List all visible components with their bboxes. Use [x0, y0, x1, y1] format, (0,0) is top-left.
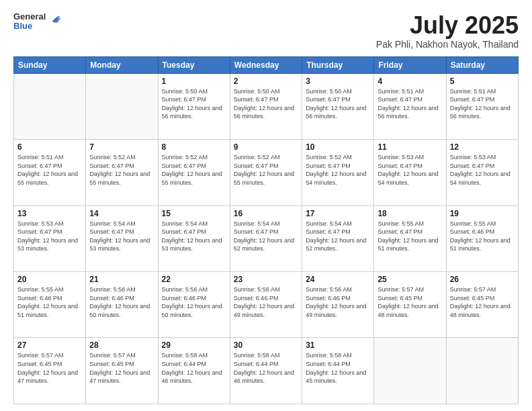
- calendar-cell: 9Sunrise: 5:52 AM Sunset: 6:47 PM Daylig…: [230, 140, 302, 205]
- day-info: Sunrise: 5:52 AM Sunset: 6:47 PM Dayligh…: [234, 153, 298, 187]
- day-info: Sunrise: 5:51 AM Sunset: 6:47 PM Dayligh…: [17, 153, 82, 187]
- calendar-week-1: 1Sunrise: 5:50 AM Sunset: 6:47 PM Daylig…: [14, 73, 519, 139]
- calendar-week-3: 13Sunrise: 5:53 AM Sunset: 6:47 PM Dayli…: [14, 205, 519, 271]
- day-info: Sunrise: 5:50 AM Sunset: 6:47 PM Dayligh…: [162, 87, 226, 121]
- calendar-cell: 24Sunrise: 5:56 AM Sunset: 6:46 PM Dayli…: [302, 272, 374, 338]
- calendar-cell: 17Sunrise: 5:54 AM Sunset: 6:47 PM Dayli…: [302, 205, 374, 271]
- day-number: 30: [234, 340, 298, 350]
- calendar-cell: [446, 338, 518, 404]
- day-info: Sunrise: 5:57 AM Sunset: 6:45 PM Dayligh…: [450, 285, 515, 319]
- day-info: Sunrise: 5:57 AM Sunset: 6:45 PM Dayligh…: [89, 351, 154, 385]
- calendar-cell: 26Sunrise: 5:57 AM Sunset: 6:45 PM Dayli…: [446, 272, 518, 338]
- calendar-header-sunday: Sunday: [14, 56, 86, 73]
- day-number: 17: [306, 209, 370, 218]
- day-number: 11: [378, 142, 442, 152]
- logo-general: General: [13, 12, 46, 21]
- day-number: 3: [306, 77, 370, 86]
- calendar-header-monday: Monday: [86, 56, 158, 73]
- calendar-header-row: SundayMondayTuesdayWednesdayThursdayFrid…: [14, 56, 519, 73]
- calendar-cell: 14Sunrise: 5:54 AM Sunset: 6:47 PM Dayli…: [86, 205, 158, 271]
- day-number: 22: [162, 275, 226, 284]
- day-number: 15: [162, 209, 226, 218]
- title-location: Pak Phli, Nakhon Nayok, Thailand: [376, 39, 519, 50]
- calendar-header-saturday: Saturday: [446, 56, 518, 73]
- day-number: 26: [450, 275, 515, 284]
- logo: General Blue: [13, 12, 63, 32]
- page: General Blue July 2025 Pak Phli, Nakhon …: [0, 0, 532, 411]
- calendar-cell: 4Sunrise: 5:51 AM Sunset: 6:47 PM Daylig…: [374, 73, 446, 139]
- day-info: Sunrise: 5:55 AM Sunset: 6:46 PM Dayligh…: [17, 285, 82, 319]
- calendar-cell: 27Sunrise: 5:57 AM Sunset: 6:45 PM Dayli…: [14, 338, 86, 404]
- day-info: Sunrise: 5:58 AM Sunset: 6:44 PM Dayligh…: [162, 351, 226, 385]
- logo-blue: Blue: [13, 21, 46, 31]
- calendar-cell: 2Sunrise: 5:50 AM Sunset: 6:47 PM Daylig…: [230, 73, 302, 139]
- calendar-week-5: 27Sunrise: 5:57 AM Sunset: 6:45 PM Dayli…: [14, 338, 519, 404]
- day-number: 23: [234, 275, 298, 284]
- day-info: Sunrise: 5:57 AM Sunset: 6:45 PM Dayligh…: [17, 351, 82, 385]
- calendar-cell: 5Sunrise: 5:51 AM Sunset: 6:47 PM Daylig…: [446, 73, 518, 139]
- calendar-week-4: 20Sunrise: 5:55 AM Sunset: 6:46 PM Dayli…: [14, 272, 519, 338]
- day-info: Sunrise: 5:58 AM Sunset: 6:44 PM Dayligh…: [306, 351, 370, 385]
- day-info: Sunrise: 5:55 AM Sunset: 6:46 PM Dayligh…: [450, 220, 515, 253]
- calendar-cell: 19Sunrise: 5:55 AM Sunset: 6:46 PM Dayli…: [446, 205, 518, 271]
- day-info: Sunrise: 5:53 AM Sunset: 6:47 PM Dayligh…: [378, 153, 442, 187]
- calendar-cell: 22Sunrise: 5:56 AM Sunset: 6:46 PM Dayli…: [158, 272, 230, 338]
- day-info: Sunrise: 5:56 AM Sunset: 6:46 PM Dayligh…: [162, 285, 226, 319]
- calendar-cell: 3Sunrise: 5:50 AM Sunset: 6:47 PM Daylig…: [302, 73, 374, 139]
- day-number: 10: [306, 142, 370, 152]
- logo-bird-icon: [48, 13, 63, 28]
- day-info: Sunrise: 5:55 AM Sunset: 6:47 PM Dayligh…: [378, 220, 442, 253]
- day-number: 25: [378, 275, 442, 284]
- day-number: 27: [17, 340, 82, 350]
- day-number: 5: [450, 77, 515, 86]
- day-number: 13: [17, 209, 82, 218]
- calendar-cell: 10Sunrise: 5:52 AM Sunset: 6:47 PM Dayli…: [302, 140, 374, 205]
- day-info: Sunrise: 5:53 AM Sunset: 6:47 PM Dayligh…: [17, 220, 82, 253]
- day-number: 20: [17, 275, 82, 284]
- day-number: 6: [17, 142, 82, 152]
- calendar-cell: [374, 338, 446, 404]
- day-info: Sunrise: 5:56 AM Sunset: 6:46 PM Dayligh…: [89, 285, 154, 319]
- day-info: Sunrise: 5:53 AM Sunset: 6:47 PM Dayligh…: [450, 153, 515, 187]
- calendar-cell: [86, 73, 158, 139]
- day-info: Sunrise: 5:52 AM Sunset: 6:47 PM Dayligh…: [89, 153, 154, 187]
- calendar-cell: 13Sunrise: 5:53 AM Sunset: 6:47 PM Dayli…: [14, 205, 86, 271]
- calendar-cell: 18Sunrise: 5:55 AM Sunset: 6:47 PM Dayli…: [374, 205, 446, 271]
- title-month: July 2025: [376, 12, 519, 39]
- day-info: Sunrise: 5:50 AM Sunset: 6:47 PM Dayligh…: [306, 87, 370, 121]
- day-info: Sunrise: 5:56 AM Sunset: 6:46 PM Dayligh…: [306, 285, 370, 319]
- day-number: 24: [306, 275, 370, 284]
- calendar-cell: 20Sunrise: 5:55 AM Sunset: 6:46 PM Dayli…: [14, 272, 86, 338]
- day-number: 29: [162, 340, 226, 350]
- header: General Blue July 2025 Pak Phli, Nakhon …: [13, 12, 519, 50]
- day-number: 8: [162, 142, 226, 152]
- calendar-header-thursday: Thursday: [302, 56, 374, 73]
- day-number: 19: [450, 209, 515, 218]
- calendar-week-2: 6Sunrise: 5:51 AM Sunset: 6:47 PM Daylig…: [14, 140, 519, 205]
- logo-text: General Blue: [13, 12, 46, 32]
- calendar-cell: 21Sunrise: 5:56 AM Sunset: 6:46 PM Dayli…: [86, 272, 158, 338]
- day-number: 21: [89, 275, 154, 284]
- day-info: Sunrise: 5:51 AM Sunset: 6:47 PM Dayligh…: [450, 87, 515, 121]
- calendar-cell: 11Sunrise: 5:53 AM Sunset: 6:47 PM Dayli…: [374, 140, 446, 205]
- day-info: Sunrise: 5:54 AM Sunset: 6:47 PM Dayligh…: [89, 220, 154, 253]
- calendar-header-wednesday: Wednesday: [230, 56, 302, 73]
- calendar-cell: 30Sunrise: 5:58 AM Sunset: 6:44 PM Dayli…: [230, 338, 302, 404]
- day-info: Sunrise: 5:57 AM Sunset: 6:45 PM Dayligh…: [378, 285, 442, 319]
- day-number: 4: [378, 77, 442, 86]
- day-info: Sunrise: 5:51 AM Sunset: 6:47 PM Dayligh…: [378, 87, 442, 121]
- day-info: Sunrise: 5:56 AM Sunset: 6:46 PM Dayligh…: [234, 285, 298, 319]
- day-info: Sunrise: 5:54 AM Sunset: 6:47 PM Dayligh…: [234, 220, 298, 253]
- calendar-cell: 23Sunrise: 5:56 AM Sunset: 6:46 PM Dayli…: [230, 272, 302, 338]
- day-number: 18: [378, 209, 442, 218]
- day-number: 31: [306, 340, 370, 350]
- day-info: Sunrise: 5:54 AM Sunset: 6:47 PM Dayligh…: [306, 220, 370, 253]
- day-number: 28: [89, 340, 154, 350]
- calendar-cell: [14, 73, 86, 139]
- calendar-cell: 28Sunrise: 5:57 AM Sunset: 6:45 PM Dayli…: [86, 338, 158, 404]
- calendar-cell: 31Sunrise: 5:58 AM Sunset: 6:44 PM Dayli…: [302, 338, 374, 404]
- day-number: 16: [234, 209, 298, 218]
- calendar-cell: 29Sunrise: 5:58 AM Sunset: 6:44 PM Dayli…: [158, 338, 230, 404]
- day-info: Sunrise: 5:50 AM Sunset: 6:47 PM Dayligh…: [234, 87, 298, 121]
- day-info: Sunrise: 5:52 AM Sunset: 6:47 PM Dayligh…: [162, 153, 226, 187]
